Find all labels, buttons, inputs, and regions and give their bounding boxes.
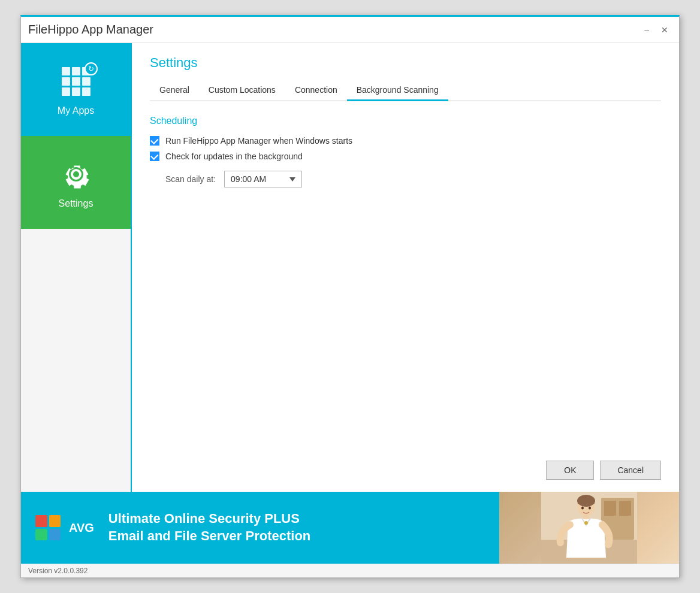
svg-point-10 [584, 521, 588, 525]
settings-heading: Settings [150, 55, 661, 71]
scheduling-title: Scheduling [150, 116, 661, 126]
scheduling-section: Scheduling Run FileHippo App Manager whe… [150, 116, 661, 187]
ok-button[interactable]: OK [546, 461, 594, 480]
svg-point-9 [589, 507, 591, 510]
time-value: 09:00 AM [231, 174, 266, 184]
tab-connection[interactable]: Connection [285, 80, 347, 101]
version-bar: Version v2.0.0.392 [21, 564, 679, 577]
tab-general[interactable]: General [150, 80, 199, 101]
tab-background-scanning[interactable]: Background Scanning [347, 80, 448, 101]
sidebar-item-myapps[interactable]: ↻ My Apps [21, 43, 131, 136]
settings-icon [58, 156, 94, 192]
cancel-button[interactable]: Cancel [600, 461, 661, 480]
app-title: FileHippo App Manager [28, 23, 153, 37]
scan-daily-label: Scan daily at: [165, 174, 216, 184]
checkbox-row-2: Check for updates in the background [150, 152, 661, 161]
settings-tabs: General Custom Locations Connection Back… [150, 80, 661, 101]
svg-point-8 [581, 507, 584, 510]
main-content: ↻ My Apps Settings Settings [21, 43, 679, 492]
settings-label: Settings [59, 198, 93, 209]
ad-image [499, 492, 679, 564]
checkbox-run-on-startup[interactable] [150, 136, 159, 146]
ad-banner[interactable]: AVG Ultimate Online Security PLUS Email … [21, 492, 679, 564]
dropdown-arrow-icon [289, 177, 295, 181]
checkbox-row-1: Run FileHippo App Manager when Windows s… [150, 136, 661, 146]
footer-buttons: OK Cancel [546, 461, 661, 480]
scan-row: Scan daily at: 09:00 AM [165, 171, 661, 187]
minimize-button[interactable]: – [641, 24, 653, 36]
version-label: Version v2.0.0.392 [28, 567, 88, 575]
svg-rect-3 [604, 501, 616, 516]
app-window: FileHippo App Manager – ✕ [20, 15, 680, 578]
title-bar: FileHippo App Manager – ✕ [21, 17, 679, 43]
myapps-label: My Apps [58, 105, 94, 116]
checkbox-2-label: Check for updates in the background [165, 152, 303, 161]
ad-text: Ultimate Online Security PLUS Email and … [108, 510, 499, 544]
ad-line2: Email and File Server Protection [108, 528, 499, 545]
svg-rect-7 [583, 515, 589, 519]
person-illustration [541, 492, 637, 564]
sidebar-item-settings[interactable]: Settings [21, 136, 131, 229]
checkbox-background-updates[interactable] [150, 152, 159, 161]
content-area: Settings General Custom Locations Connec… [132, 43, 679, 492]
ad-logo-area: AVG [21, 515, 108, 540]
checkbox-1-label: Run FileHippo App Manager when Windows s… [165, 136, 352, 146]
ad-line1: Ultimate Online Security PLUS [108, 510, 499, 528]
myapps-icon: ↻ [58, 63, 94, 99]
svg-rect-4 [619, 501, 631, 516]
tab-custom-locations[interactable]: Custom Locations [199, 80, 285, 101]
refresh-badge: ↻ [85, 62, 98, 75]
time-select-dropdown[interactable]: 09:00 AM [224, 171, 302, 187]
window-controls: – ✕ [641, 24, 672, 36]
sidebar: ↻ My Apps Settings [21, 43, 132, 492]
close-button[interactable]: ✕ [657, 24, 672, 36]
avg-logo-text: AVG [69, 521, 94, 535]
